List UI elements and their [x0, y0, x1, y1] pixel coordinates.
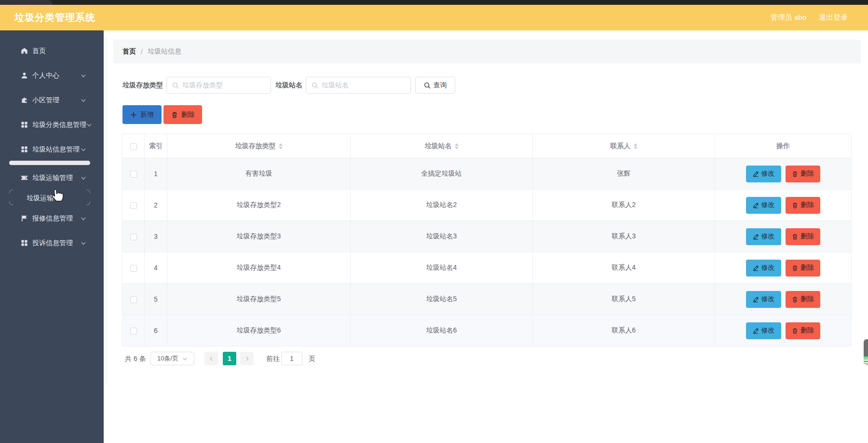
breadcrumb: 首页 / 垃圾站信息 — [113, 40, 861, 63]
flag-icon — [20, 215, 28, 222]
row-checkbox[interactable] — [130, 234, 137, 240]
edit-button[interactable]: 修改 — [746, 322, 781, 339]
row-checkbox[interactable] — [130, 202, 137, 209]
chevron-left-icon — [209, 356, 214, 361]
search-icon — [312, 82, 318, 89]
pen-icon — [753, 171, 759, 177]
trash-icon — [792, 296, 798, 303]
add-button[interactable]: 新增 — [122, 105, 162, 124]
chevron-down-icon — [81, 240, 86, 246]
home-icon — [20, 47, 28, 55]
sidebar-subitem[interactable]: 垃圾运输 — [0, 190, 104, 206]
row-checkbox[interactable] — [130, 265, 137, 272]
table-row: 1 有害垃圾 全搞定垃圾站 张辉 修改 删除 — [122, 158, 852, 190]
sidebar-item-4[interactable]: 垃圾分类信息管理 — [0, 112, 104, 137]
sidebar-item-7[interactable]: 报修信息管理 — [0, 206, 104, 231]
app-header: 垃圾分类管理系统 管理员 abo 退出登录 — [0, 5, 868, 30]
chevron-down-icon — [81, 97, 86, 103]
sidebar-item-label: 小区管理 — [32, 96, 59, 105]
filter-name-input[interactable]: 垃圾站名 — [306, 77, 411, 94]
sidebar-subitem-label: 垃圾运输 — [27, 194, 54, 203]
user-icon — [20, 72, 28, 80]
browser-tab-silhouette — [0, 0, 52, 5]
scrollbar-thumb[interactable] — [864, 339, 868, 365]
sidebar-scroll-pill[interactable] — [9, 161, 90, 165]
sidebar-item-3[interactable]: 小区管理 — [0, 88, 104, 112]
sidebar-menu: 首页 个人中心 小区管理 垃圾分类信息管理 垃圾站信息管理 — [0, 30, 104, 255]
edit-button[interactable]: 修改 — [746, 197, 781, 214]
sort-carets-icon[interactable] — [634, 143, 637, 149]
chevron-down-icon — [81, 175, 86, 181]
row-checkbox[interactable] — [130, 171, 137, 178]
breadcrumb-separator: / — [141, 48, 143, 55]
chevron-down-icon — [81, 216, 86, 222]
column-header-station[interactable]: 垃圾站名 — [351, 134, 533, 158]
grid-icon — [20, 121, 28, 129]
pagination: 共 6 条 10条/页 1 前往 1 页 — [104, 352, 868, 365]
column-header-contact[interactable]: 联系人 — [533, 134, 715, 158]
trash-icon — [792, 171, 798, 177]
search-icon — [424, 82, 431, 89]
page-size-select[interactable]: 10条/页 — [150, 352, 194, 365]
sidebar-item-8[interactable]: 投诉信息管理 — [0, 231, 104, 255]
select-all-checkbox[interactable] — [130, 143, 137, 150]
sidebar: 首页 个人中心 小区管理 垃圾分类信息管理 垃圾站信息管理 — [0, 30, 104, 443]
search-button[interactable]: 查询 — [415, 77, 455, 94]
sidebar-item-label: 个人中心 — [32, 71, 59, 80]
filter-type-placeholder: 垃圾存放类型 — [182, 81, 223, 90]
sidebar-item-2[interactable]: 个人中心 — [0, 63, 104, 88]
grid-icon — [20, 146, 28, 153]
filter-name-placeholder: 垃圾站名 — [322, 81, 349, 90]
edit-button[interactable]: 修改 — [746, 228, 781, 245]
header-right: 管理员 abo 退出登录 — [771, 13, 848, 22]
delete-row-button[interactable]: 删除 — [786, 260, 820, 277]
logout-link[interactable]: 退出登录 — [819, 13, 848, 22]
sidebar-item-6[interactable]: 垃圾运输管理 — [0, 166, 104, 190]
trash-icon — [792, 234, 798, 240]
next-page-button[interactable] — [240, 352, 254, 365]
user-label[interactable]: 管理员 abo — [771, 13, 806, 22]
goto-page-input[interactable]: 1 — [281, 352, 302, 365]
prev-page-button[interactable] — [204, 352, 218, 365]
row-checkbox[interactable] — [130, 296, 137, 303]
pagination-total: 共 6 条 — [125, 352, 146, 365]
sidebar-item-label: 报修信息管理 — [32, 214, 73, 223]
breadcrumb-home[interactable]: 首页 — [122, 47, 136, 56]
table-row: 5 垃圾存放类型5 垃圾站名5 联系人5 修改 删除 — [122, 284, 852, 315]
sort-carets-icon[interactable] — [279, 143, 283, 149]
table-row: 6 垃圾存放类型6 垃圾站名6 联系人6 修改 删除 — [122, 315, 852, 346]
delete-row-button[interactable]: 删除 — [786, 197, 820, 214]
sidebar-item-label: 首页 — [32, 47, 46, 55]
pen-icon — [753, 202, 759, 208]
edit-button[interactable]: 修改 — [746, 291, 781, 308]
sidebar-item-5[interactable]: 垃圾站信息管理 — [0, 137, 104, 162]
delete-button[interactable]: 删除 — [163, 105, 202, 124]
delete-row-button[interactable]: 删除 — [786, 166, 820, 182]
pen-icon — [753, 328, 759, 334]
filter-row: 垃圾存放类型 垃圾存放类型 垃圾站名 垃圾站名 查询 — [104, 77, 868, 94]
edit-button[interactable]: 修改 — [746, 166, 781, 182]
current-page-button[interactable]: 1 — [223, 352, 236, 365]
edit-button[interactable]: 修改 — [746, 260, 781, 277]
trash-icon — [171, 111, 178, 118]
filter-name-label: 垃圾站名 — [275, 77, 302, 94]
table-row: 2 垃圾存放类型2 垃圾站名2 联系人2 修改 删除 — [122, 190, 852, 221]
filter-type-label: 垃圾存放类型 — [122, 77, 163, 94]
sidebar-item-label: 垃圾站信息管理 — [32, 145, 80, 154]
sidebar-item-label: 垃圾运输管理 — [32, 174, 73, 182]
sort-carets-icon[interactable] — [455, 143, 459, 149]
pen-icon — [753, 234, 759, 240]
breadcrumb-current: 垃圾站信息 — [148, 47, 181, 56]
row-checkbox[interactable] — [130, 328, 137, 334]
filter-type-input[interactable]: 垃圾存放类型 — [166, 77, 271, 94]
search-icon — [172, 82, 179, 89]
column-header-type[interactable]: 垃圾存放类型 — [167, 134, 351, 158]
sidebar-item-1[interactable]: 首页 — [0, 39, 104, 63]
main-content: 首页 / 垃圾站信息 垃圾存放类型 垃圾存放类型 垃圾站名 垃圾站名 查询 — [104, 30, 868, 443]
delete-row-button[interactable]: 删除 — [786, 291, 820, 308]
table-row: 4 垃圾存放类型4 垃圾站名4 联系人4 修改 删除 — [122, 252, 852, 284]
search-button-label: 查询 — [434, 81, 447, 90]
delete-row-button[interactable]: 删除 — [786, 322, 820, 339]
trash-icon — [792, 202, 798, 208]
delete-row-button[interactable]: 删除 — [786, 228, 820, 245]
